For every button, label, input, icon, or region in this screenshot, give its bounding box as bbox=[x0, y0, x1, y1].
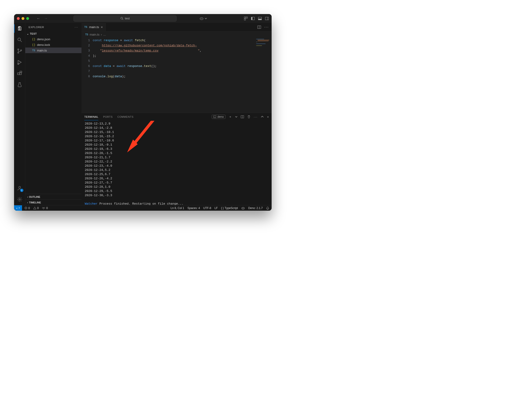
title-right-controls bbox=[244, 17, 269, 20]
code-area[interactable]: const response = await fetch( "https://r… bbox=[93, 37, 255, 112]
minimize-window-button[interactable] bbox=[21, 17, 24, 20]
explorer-icon[interactable] bbox=[16, 25, 23, 32]
editor-column: TS main.ts × ··· TS main.ts › ... 1 2 bbox=[82, 23, 272, 205]
layout-customize-icon[interactable] bbox=[244, 17, 248, 20]
panel-tab-ports[interactable]: PORTS bbox=[103, 113, 113, 120]
status-language[interactable]: { } TypeScript bbox=[221, 206, 238, 210]
sidebar-root-folder[interactable]: ⌄ TEST bbox=[25, 31, 82, 36]
file-item-deno-json[interactable]: { } deno.json bbox=[25, 36, 82, 42]
toggle-secondary-sidebar-icon[interactable] bbox=[265, 17, 269, 20]
term-line: 2020-12-26,-4.2 bbox=[85, 177, 112, 180]
terminal-dropdown-icon[interactable] bbox=[235, 116, 238, 118]
nav-back-button[interactable]: ← bbox=[37, 16, 40, 21]
outline-label: OUTLINE bbox=[29, 196, 40, 198]
copilot-icon bbox=[200, 16, 204, 21]
command-center-search[interactable]: test bbox=[74, 15, 177, 21]
split-terminal-icon[interactable] bbox=[241, 115, 244, 118]
status-deno-version[interactable]: Deno: 2.1.7 bbox=[248, 206, 263, 210]
more-actions-icon[interactable]: ··· bbox=[264, 25, 269, 29]
accounts-badge: 1 bbox=[20, 189, 23, 192]
nav-arrows: ← → bbox=[37, 16, 48, 21]
breadcrumb-separator: › bbox=[101, 33, 102, 36]
radio-tower-icon bbox=[42, 206, 45, 210]
status-notifications-icon[interactable] bbox=[266, 206, 269, 210]
minimap[interactable] bbox=[255, 37, 272, 112]
copilot-icon bbox=[241, 206, 245, 210]
status-warnings[interactable]: 0 bbox=[33, 206, 39, 210]
tab-label: main.ts bbox=[89, 25, 99, 29]
toggle-panel-icon[interactable] bbox=[258, 17, 262, 20]
term-line: 2020-12-16,-15.2 bbox=[85, 135, 114, 138]
chevron-right-icon: › bbox=[27, 201, 28, 204]
term-line: 2020-12-17,-10.6 bbox=[85, 139, 114, 142]
file-item-main-ts[interactable]: TS main.ts bbox=[25, 47, 82, 53]
status-eol[interactable]: LF bbox=[215, 206, 218, 210]
svg-point-40 bbox=[243, 208, 244, 208]
editor-body[interactable]: 1 2 3 4 5 6 7 8 const response = await f… bbox=[82, 37, 272, 112]
svg-point-0 bbox=[121, 17, 123, 19]
panel-tab-comments[interactable]: COMMENTS bbox=[117, 113, 133, 120]
error-icon bbox=[24, 206, 27, 209]
close-window-button[interactable] bbox=[17, 17, 20, 20]
panel-tabs: TERMINAL PORTS COMMENTS deno ＋ ··· bbox=[82, 113, 272, 121]
json-file-icon: { } bbox=[32, 37, 36, 41]
watcher-message: Process finished. Restarting on file cha… bbox=[98, 202, 184, 205]
svg-point-37 bbox=[43, 207, 44, 208]
search-text: test bbox=[125, 17, 130, 20]
split-editor-icon[interactable] bbox=[257, 25, 261, 29]
kill-terminal-icon[interactable] bbox=[247, 115, 251, 118]
tab-main-ts[interactable]: TS main.ts × bbox=[82, 23, 106, 31]
testing-icon[interactable] bbox=[16, 82, 23, 88]
outline-section[interactable]: › OUTLINE bbox=[25, 194, 82, 199]
status-indent[interactable]: Spaces: 4 bbox=[188, 206, 200, 210]
source-control-icon[interactable] bbox=[16, 48, 23, 54]
term-line: 2020-12-27,-5.7 bbox=[85, 181, 112, 185]
status-encoding[interactable]: UTF-8 bbox=[203, 206, 211, 210]
close-tab-icon[interactable]: × bbox=[101, 25, 103, 29]
chevron-down-icon: ⌄ bbox=[27, 32, 29, 35]
extensions-icon[interactable] bbox=[16, 70, 23, 77]
term-line: 2020-12-18,-9.1 bbox=[85, 143, 112, 147]
svg-line-15 bbox=[20, 40, 22, 42]
svg-rect-22 bbox=[18, 73, 19, 75]
status-cursor-position[interactable]: Ln 8, Col 1 bbox=[171, 206, 184, 210]
search-activity-icon[interactable] bbox=[16, 37, 23, 43]
file-item-deno-lock[interactable]: { } deno.lock bbox=[25, 42, 82, 47]
close-panel-icon[interactable]: × bbox=[267, 115, 269, 119]
timeline-label: TIMELINE bbox=[29, 201, 41, 204]
title-bar: ← → test bbox=[14, 14, 272, 23]
terminal-output[interactable]: 2020-12-13,2.9 2020-12-14,-2.8 2020-12-1… bbox=[82, 121, 272, 205]
status-errors[interactable]: 0 bbox=[24, 206, 30, 210]
breadcrumb[interactable]: TS main.ts › ... bbox=[82, 31, 272, 37]
term-line: 2020-12-22,-2.2 bbox=[85, 160, 112, 163]
status-ports[interactable]: 0 bbox=[42, 206, 48, 210]
warning-icon bbox=[33, 206, 36, 209]
term-line: 2020-12-14,-2.8 bbox=[85, 126, 112, 130]
annotation-arrow-icon bbox=[125, 121, 160, 156]
bell-icon bbox=[266, 206, 269, 210]
panel-tab-terminal[interactable]: TERMINAL bbox=[84, 113, 98, 120]
maximize-window-button[interactable] bbox=[26, 17, 29, 20]
svg-point-39 bbox=[242, 208, 243, 208]
toggle-primary-sidebar-icon[interactable] bbox=[251, 17, 255, 20]
nav-forward-button[interactable]: → bbox=[44, 16, 48, 21]
svg-point-25 bbox=[19, 186, 21, 188]
svg-point-18 bbox=[20, 50, 21, 51]
maximize-panel-icon[interactable] bbox=[261, 115, 264, 118]
run-debug-icon[interactable] bbox=[16, 59, 23, 66]
accounts-icon[interactable]: 1 bbox=[16, 185, 23, 191]
svg-rect-23 bbox=[19, 73, 21, 75]
settings-gear-icon[interactable] bbox=[16, 196, 23, 203]
copilot-menu[interactable] bbox=[200, 16, 207, 21]
new-terminal-icon[interactable]: ＋ bbox=[229, 115, 232, 119]
status-copilot-icon[interactable] bbox=[241, 206, 245, 210]
sidebar-title: EXPLORER bbox=[28, 26, 44, 28]
sidebar-more-icon[interactable]: ··· bbox=[75, 26, 78, 28]
svg-point-16 bbox=[18, 49, 19, 50]
remote-indicator[interactable] bbox=[14, 205, 22, 211]
term-line: 2020-12-29,-5.5 bbox=[85, 189, 112, 193]
panel-more-icon[interactable]: ··· bbox=[254, 115, 258, 119]
timeline-section[interactable]: › TIMELINE bbox=[25, 199, 82, 205]
svg-rect-5 bbox=[244, 17, 246, 18]
terminal-profile-label[interactable]: deno bbox=[212, 115, 226, 119]
